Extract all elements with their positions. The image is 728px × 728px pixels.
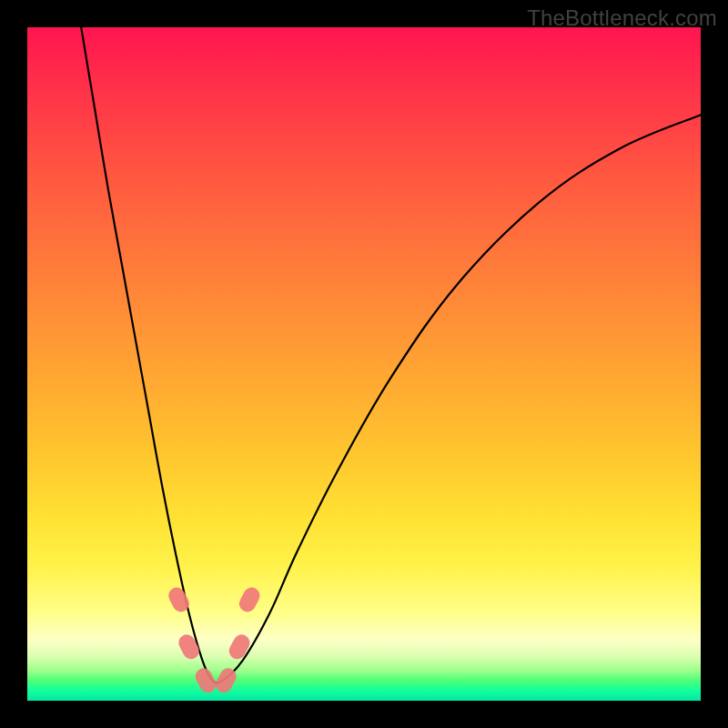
- curve-marker: [193, 665, 219, 695]
- curve-svg: [27, 27, 701, 701]
- chart-frame: TheBottleneck.com: [0, 0, 728, 728]
- watermark-text: TheBottleneck.com: [527, 5, 717, 31]
- curve-marker: [237, 584, 263, 614]
- curve-marker: [176, 632, 202, 662]
- curve-marker: [227, 632, 253, 662]
- plot-area: [27, 27, 701, 701]
- curve-markers: [166, 584, 263, 695]
- bottleneck-curve: [81, 27, 701, 683]
